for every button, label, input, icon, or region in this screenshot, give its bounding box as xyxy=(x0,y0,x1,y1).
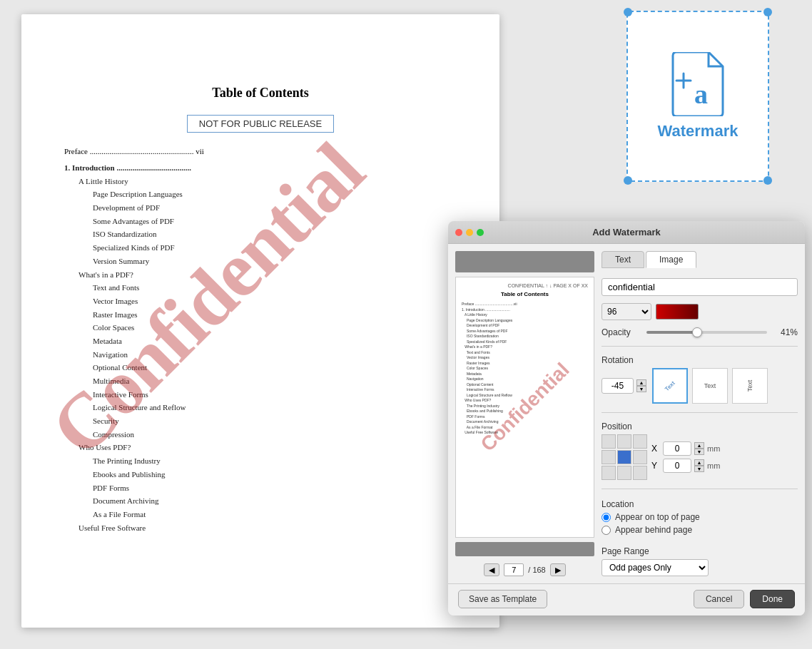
location-behind-radio[interactable] xyxy=(602,526,611,535)
opacity-value: 41% xyxy=(773,327,798,337)
rotation-spin-up[interactable]: ▲ xyxy=(636,379,646,386)
y-unit: mm xyxy=(707,461,720,470)
minimize-dot[interactable] xyxy=(466,229,473,236)
preview-panel: CONFIDENTIAL ↑ ↓ PAGE X OF XX Table of C… xyxy=(455,251,594,576)
y-spin-up[interactable]: ▲ xyxy=(694,459,704,466)
rotation-spinner: ▲ ▼ xyxy=(636,379,646,392)
x-unit: mm xyxy=(707,444,720,453)
x-input[interactable] xyxy=(663,441,691,456)
color-swatch[interactable] xyxy=(656,304,699,320)
pdf-not-for-release-stamp: NOT FOR PUBLIC RELEASE xyxy=(187,115,334,133)
y-coord-row: Y ▲ ▼ mm xyxy=(651,459,720,473)
location-ontop-label: Appear on top of page xyxy=(615,512,700,522)
dialog-title: Add Watermark xyxy=(592,227,661,237)
y-label: Y xyxy=(651,461,660,471)
pos-cell-bl[interactable] xyxy=(602,466,616,480)
location-label: Location xyxy=(602,499,798,509)
done-button[interactable]: Done xyxy=(750,590,795,608)
cancel-button[interactable]: Cancel xyxy=(694,590,744,608)
pos-cell-mc[interactable] xyxy=(617,450,631,464)
pdf-title: Table of Contents xyxy=(64,86,457,101)
y-input[interactable] xyxy=(663,459,691,473)
dialog-footer: Save as Template Cancel Done xyxy=(448,583,805,615)
font-size-row: 96 72 48 36 24 xyxy=(602,303,798,320)
location-ontop-radio[interactable] xyxy=(602,513,611,522)
opacity-row: Opacity 41% xyxy=(602,327,798,337)
watermark-text-input[interactable] xyxy=(602,278,798,296)
watermark-file-icon: a xyxy=(669,52,726,116)
y-spin-down[interactable]: ▼ xyxy=(694,466,704,472)
pos-cell-tl[interactable] xyxy=(602,434,616,449)
opacity-slider[interactable] xyxy=(646,331,767,334)
rotation-label: Rotation xyxy=(602,355,798,365)
pos-cell-bc[interactable] xyxy=(617,466,631,480)
location-section: Location Appear on top of page Appear be… xyxy=(602,499,798,538)
position-label: Position xyxy=(602,421,798,431)
x-spinner: ▲ ▼ xyxy=(694,442,704,455)
pos-cell-mr[interactable] xyxy=(633,450,647,464)
x-label: X xyxy=(651,444,660,454)
pdf-preface-line: Preface ................................… xyxy=(64,147,457,155)
svg-text:a: a xyxy=(694,79,708,109)
page-range-select[interactable]: All Pages Odd pages Only Even Pages Only… xyxy=(602,559,709,576)
pdf-page: Table of Contents NOT FOR PUBLIC RELEASE… xyxy=(21,14,499,628)
prev-page-button[interactable]: ◀ xyxy=(484,563,499,576)
preview-bottom-bar xyxy=(455,542,594,556)
x-spin-down[interactable]: ▼ xyxy=(694,449,704,455)
corner-dot-tl xyxy=(624,8,632,16)
rotation-spin-down[interactable]: ▼ xyxy=(636,386,646,392)
page-total: / 168 xyxy=(528,566,545,574)
location-behind-label: Appear behind page xyxy=(615,525,692,535)
rotation-preview-45[interactable]: Text xyxy=(652,368,688,404)
next-page-button[interactable]: ▶ xyxy=(550,563,566,576)
page-range-section: Page Range All Pages Odd pages Only Even… xyxy=(602,546,798,576)
preview-toc-title: Table of Contents xyxy=(462,291,588,297)
corner-dot-br xyxy=(763,176,772,185)
rotation-input-box: ▲ ▼ xyxy=(602,378,646,394)
pdf-toc-lines: 1. Introduction ........................… xyxy=(64,161,457,534)
save-as-template-button[interactable]: Save as Template xyxy=(458,590,547,608)
corner-dot-bl xyxy=(624,176,632,185)
font-size-select[interactable]: 96 72 48 36 24 xyxy=(602,303,651,320)
dialog-body: CONFIDENTIAL ↑ ↓ PAGE X OF XX Table of C… xyxy=(448,244,805,583)
x-coord-row: X ▲ ▼ mm xyxy=(651,441,720,456)
tab-text[interactable]: Text xyxy=(602,251,644,268)
location-ontop-row: Appear on top of page xyxy=(602,512,798,522)
preview-page: CONFIDENTIAL ↑ ↓ PAGE X OF XX Table of C… xyxy=(455,277,594,538)
preview-nav: ◀ / 168 ▶ xyxy=(455,563,594,576)
pos-cell-ml[interactable] xyxy=(602,450,616,464)
position-section: Position X xyxy=(602,421,798,480)
tab-image[interactable]: Image xyxy=(646,251,696,268)
pos-cell-br[interactable] xyxy=(633,466,647,480)
position-row: X ▲ ▼ mm Y ▲ xyxy=(602,434,798,480)
tab-row: Text Image xyxy=(602,251,798,268)
add-watermark-dialog: Add Watermark CONFIDENTIAL ↑ ↓ PAGE X OF… xyxy=(448,221,805,615)
preview-page-title: CONFIDENTIAL ↑ ↓ PAGE X OF XX xyxy=(462,283,588,288)
close-dot[interactable] xyxy=(455,229,462,236)
pos-cell-tc[interactable] xyxy=(617,434,631,449)
maximize-dot[interactable] xyxy=(477,229,484,236)
position-grid xyxy=(602,434,647,480)
page-number-input[interactable] xyxy=(504,563,524,576)
divider1 xyxy=(602,346,798,347)
rotation-previews: Text Text Text xyxy=(652,368,768,404)
controls-panel: Text Image 96 72 48 36 24 Opacity xyxy=(602,251,798,576)
page-range-label: Page Range xyxy=(602,546,798,556)
rotation-preview-0[interactable]: Text xyxy=(692,368,728,404)
opacity-label: Opacity xyxy=(602,327,641,337)
rotation-preview-90[interactable]: Text xyxy=(732,368,768,404)
pos-cell-tr[interactable] xyxy=(633,434,647,449)
x-spin-up[interactable]: ▲ xyxy=(694,442,704,449)
watermark-icon-area: a Watermark xyxy=(626,11,769,182)
position-coords: X ▲ ▼ mm Y ▲ xyxy=(651,441,720,473)
location-behind-row: Appear behind page xyxy=(602,525,798,535)
corner-dot-tr xyxy=(763,8,772,16)
footer-right: Cancel Done xyxy=(694,590,795,608)
rotation-section: Rotation ▲ ▼ Text Text xyxy=(602,355,798,404)
traffic-lights xyxy=(455,229,484,236)
watermark-icon-label: Watermark xyxy=(658,122,739,140)
rotation-row: ▲ ▼ Text Text Text xyxy=(602,368,798,404)
rotation-input[interactable] xyxy=(602,378,634,394)
dialog-titlebar: Add Watermark xyxy=(448,221,805,244)
divider2 xyxy=(602,412,798,413)
